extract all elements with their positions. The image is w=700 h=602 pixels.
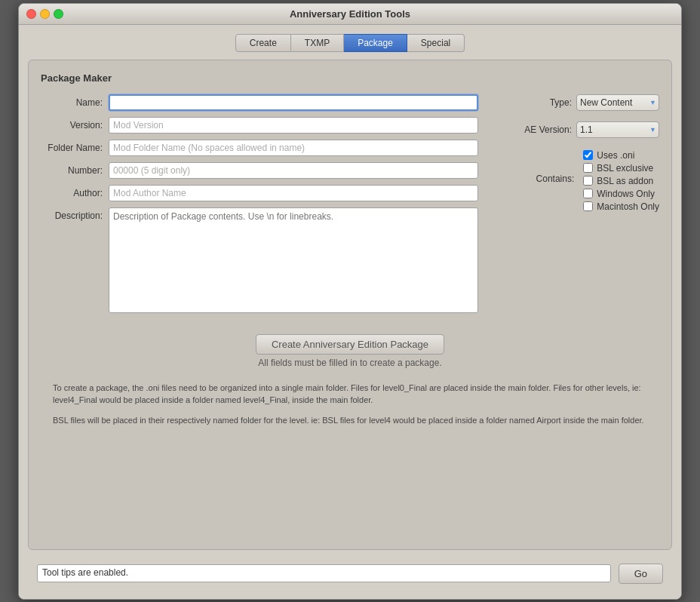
tab-package[interactable]: Package (344, 34, 407, 52)
traffic-lights (26, 9, 63, 19)
form-right: Type: New Content Patch Scenario AE Vers… (493, 94, 659, 319)
bsl-addon-checkbox[interactable] (583, 176, 593, 186)
tab-bar: Create TXMP Package Special (28, 34, 672, 52)
folder-label: Folder Name: (41, 140, 109, 153)
author-row: Author: (41, 185, 478, 201)
mac-only-checkbox[interactable] (583, 201, 593, 211)
name-input[interactable] (109, 94, 478, 111)
contains-header: Contains: Uses .oni BSL exclusive (493, 149, 659, 212)
info-paragraph-2: BSL files will be placed in their respec… (53, 414, 647, 427)
type-select-wrapper: New Content Patch Scenario (576, 94, 659, 111)
author-input[interactable] (109, 185, 478, 201)
checkbox-uses-oni: Uses .oni (583, 150, 659, 161)
type-select[interactable]: New Content Patch Scenario (576, 94, 659, 111)
ae-version-select-wrapper: 1.0 1.1 1.2 (576, 121, 659, 138)
bsl-addon-label: BSL as addon (597, 176, 653, 186)
checkbox-windows-only: Windows Only (583, 189, 659, 199)
uses-oni-label: Uses .oni (597, 150, 634, 161)
uses-oni-checkbox[interactable] (583, 150, 593, 160)
type-label: Type: (550, 97, 572, 108)
windows-only-checkbox[interactable] (583, 189, 593, 198)
bottom-bar: Tool tips are enabled. Go (28, 557, 672, 590)
checkbox-bsl-exclusive: BSL exclusive (583, 163, 659, 174)
checkbox-mac-only: Macintosh Only (583, 201, 659, 212)
ae-version-row: AE Version: 1.0 1.1 1.2 (493, 121, 659, 138)
contains-label: Contains: (536, 174, 575, 184)
mac-only-label: Macintosh Only (597, 201, 659, 212)
form-area: Name: Version: Folder Name: (41, 94, 659, 319)
number-label: Number: (41, 162, 109, 176)
version-input[interactable] (109, 117, 478, 134)
go-button[interactable]: Go (619, 564, 663, 584)
number-input[interactable] (109, 162, 478, 179)
contains-items: Uses .oni BSL exclusive BSL as addon (583, 150, 659, 212)
type-row: Type: New Content Patch Scenario (493, 94, 659, 111)
folder-input[interactable] (109, 140, 478, 156)
form-left: Name: Version: Folder Name: (41, 94, 478, 319)
panel-title: Package Maker (41, 72, 659, 84)
create-button[interactable]: Create Anniversary Edition Package (256, 334, 444, 355)
ae-version-select[interactable]: 1.0 1.1 1.2 (576, 121, 659, 138)
author-label: Author: (41, 185, 109, 198)
close-button[interactable] (26, 9, 36, 19)
button-area: Create Anniversary Edition Package All f… (41, 334, 659, 368)
maximize-button[interactable] (54, 9, 63, 19)
name-label: Name: (41, 94, 109, 108)
minimize-button[interactable] (40, 9, 50, 19)
tooltip-text: Tool tips are enabled. (37, 564, 611, 582)
version-row: Version: (41, 117, 478, 134)
ae-version-label: AE Version: (524, 124, 572, 135)
title-bar: Anniversary Edition Tools (19, 4, 681, 25)
number-row: Number: (41, 162, 478, 179)
tab-txmp[interactable]: TXMP (291, 34, 344, 52)
window-title: Anniversary Edition Tools (290, 8, 410, 20)
bsl-exclusive-label: BSL exclusive (597, 163, 653, 174)
info-text: To create a package, the .oni files need… (41, 382, 659, 427)
folder-row: Folder Name: (41, 140, 478, 156)
bsl-exclusive-checkbox[interactable] (583, 163, 593, 173)
tab-create[interactable]: Create (235, 34, 291, 52)
description-row: Description: (41, 207, 478, 313)
checkbox-bsl-addon: BSL as addon (583, 176, 659, 186)
info-paragraph-1: To create a package, the .oni files need… (53, 382, 647, 407)
window-content: Create TXMP Package Special Package Make… (19, 25, 681, 599)
description-input[interactable] (109, 207, 478, 313)
required-text: All fields must be filled in to create a… (41, 358, 659, 368)
name-row: Name: (41, 94, 478, 111)
main-window: Anniversary Edition Tools Create TXMP Pa… (18, 3, 682, 600)
tab-special[interactable]: Special (407, 34, 465, 52)
description-label: Description: (41, 207, 109, 221)
version-label: Version: (41, 117, 109, 131)
main-panel: Package Maker Name: Version: (28, 60, 672, 550)
windows-only-label: Windows Only (597, 189, 655, 199)
